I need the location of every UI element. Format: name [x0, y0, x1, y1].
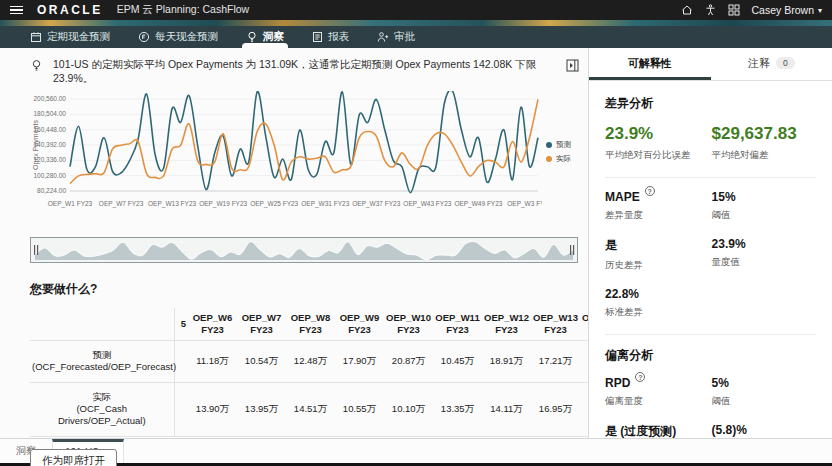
top-bar: ORACLE EPM 云 Planning: CashFlow Casey Br… [0, 0, 832, 20]
app-window: ORACLE EPM 云 Planning: CashFlow Casey Br… [0, 0, 832, 466]
app-grid-icon[interactable] [728, 4, 740, 16]
cell[interactable]: 10.55万 [335, 382, 384, 436]
cell[interactable]: 11.18万 [188, 341, 237, 383]
product-title: EPM 云 Planning: CashFlow [117, 3, 249, 17]
svg-text:180,504.00: 180,504.00 [33, 111, 66, 118]
nav-tab-insights[interactable]: 洞察 [244, 26, 286, 48]
forecast-vs-actual-chart: 80,224.00100,280.00120,336.00140,392.001… [30, 91, 588, 213]
cell[interactable]: 11.48万 [580, 382, 588, 436]
report-icon [312, 31, 323, 43]
cell[interactable]: 18.91万 [482, 341, 531, 383]
mad-value: $29,637.83 [712, 124, 816, 144]
user-name: Casey Brown [752, 4, 814, 16]
bias-metric-name: RPD [605, 376, 630, 390]
table-header-row: 5 OEP_W6 FY23 OEP_W7 FY23 OEP_W8 FY23 OE… [30, 308, 588, 340]
nav-tab-approvals[interactable]: 审批 [375, 26, 417, 48]
daily-cash-icon [138, 31, 150, 43]
svg-text:OEP_W49 FY23: OEP_W49 FY23 [454, 200, 502, 208]
home-icon[interactable] [681, 4, 693, 16]
row-label-actual: 实际 (OCF_Cash Drivers/OEP_Actual) [30, 382, 174, 436]
mape-label: 平均绝对百分比误差 [605, 149, 712, 162]
legend-dot-icon [546, 142, 552, 148]
accessibility-icon[interactable] [705, 4, 716, 16]
column-header: OEP_W8 FY23 [286, 308, 335, 340]
cell[interactable]: 13.95万 [237, 382, 286, 436]
variance-analysis-title: 差异分析 [605, 95, 816, 112]
svg-text:80,224.00: 80,224.00 [37, 187, 66, 194]
actions-heading: 您要做什么? [30, 281, 588, 298]
variance-metric-name: MAPE [605, 190, 640, 204]
legend-item[interactable]: 实际 [546, 154, 588, 164]
svg-text:OEP_W3 FY24: OEP_W3 FY24 [507, 200, 542, 208]
cell[interactable]: 20.51万 [580, 341, 588, 383]
column-header: OEP_W13 FY23 [531, 308, 580, 340]
help-icon[interactable]: ? [635, 372, 645, 382]
cell[interactable]: 13.35万 [433, 382, 482, 436]
line-chart-canvas[interactable]: 80,224.00100,280.00120,336.00140,392.001… [30, 91, 542, 213]
mape-value: 23.9% [605, 124, 712, 144]
cell[interactable]: 10.54万 [237, 341, 286, 383]
cell[interactable]: 17.21万 [531, 341, 580, 383]
column-header: OEP_W6 FY23 [188, 308, 237, 340]
historical-variance-flag: 是 [605, 237, 712, 254]
nav-tab-daily-cash-forecast[interactable]: 每天现金预测 [136, 26, 220, 48]
cell[interactable] [174, 382, 188, 436]
chevron-down-icon: ▾ [818, 6, 822, 15]
table-row-actual: 实际 (OCF_Cash Drivers/OEP_Actual) 13.90万 … [30, 382, 588, 436]
cell[interactable] [174, 341, 188, 383]
y-axis-title: Opex Payments [32, 120, 40, 170]
cell[interactable]: 13.90万 [188, 382, 237, 436]
legend-label: 实际 [556, 154, 571, 164]
column-header: OEP_W11 FY23 [433, 308, 482, 340]
column-header-partial: 5 [174, 308, 188, 340]
svg-text:OEP_W1 FY23: OEP_W1 FY23 [48, 200, 93, 208]
cell[interactable]: 16.95万 [531, 382, 580, 436]
forecast-table: 5 OEP_W6 FY23 OEP_W7 FY23 OEP_W8 FY23 OE… [30, 308, 588, 436]
cell[interactable]: 14.11万 [482, 382, 531, 436]
expand-panel-icon[interactable] [565, 57, 580, 77]
cell[interactable]: 20.87万 [384, 341, 433, 383]
legend-dot-icon [546, 156, 552, 162]
legend-label: 预测 [556, 140, 571, 150]
time-range-scrubber[interactable] [30, 237, 578, 263]
explainability-panel: 可解释性 注释0 差异分析 23.9% 平均绝对百分比误差 $29,637.83… [588, 48, 832, 438]
cell[interactable]: 14.51万 [286, 382, 335, 436]
tab-annotations[interactable]: 注释0 [711, 48, 832, 80]
user-menu[interactable]: Casey Brown ▾ [752, 4, 822, 16]
nav-bar: 定期现金预测 每天现金预测 洞察 报表 审批 [0, 26, 832, 48]
column-header: OEP_W10 FY23 [384, 308, 433, 340]
svg-text:OEP_W7 FY23: OEP_W7 FY23 [99, 200, 144, 208]
nav-tab-reports[interactable]: 报表 [310, 26, 351, 48]
column-header: OEP_W14 FY23 [580, 308, 588, 340]
bias-value: (5.8)% [712, 423, 816, 437]
svg-text:OEP_W19 FY23: OEP_W19 FY23 [199, 200, 247, 208]
svg-text:OEP_W31 FY23: OEP_W31 FY23 [301, 200, 349, 208]
cell[interactable]: 10.10万 [384, 382, 433, 436]
stddev-value: 22.8% [605, 287, 712, 301]
cell[interactable]: 17.90万 [335, 341, 384, 383]
insight-detail-panel: 101-US 的定期实际平均 Opex Payments 为 131.09K，这… [0, 48, 588, 438]
tab-explainability[interactable]: 可解释性 [589, 48, 711, 80]
insight-pin-icon [246, 31, 258, 43]
chart-legend: 预测实际 [546, 140, 588, 164]
cell[interactable]: 10.45万 [433, 341, 482, 383]
nav-tab-periodic-cash-forecast[interactable]: 定期现金预测 [28, 26, 112, 48]
variance-threshold: 15% [712, 190, 816, 204]
cell[interactable]: 12.48万 [286, 341, 335, 383]
mad-label: 平均绝对偏差 [712, 149, 816, 162]
insight-statement: 101-US 的定期实际平均 Opex Payments 为 131.09K，这… [53, 57, 555, 85]
annotations-count-badge: 0 [776, 57, 795, 69]
oracle-logo: ORACLE [37, 3, 103, 17]
row-label-forecast: 预测 (OCF_Forecasted/OEP_Forecast) [30, 341, 174, 383]
legend-item[interactable]: 预测 [546, 140, 588, 150]
table-corner [30, 308, 174, 340]
column-header: OEP_W9 FY23 [335, 308, 384, 340]
calendar-icon [30, 31, 42, 43]
hamburger-menu-icon[interactable] [10, 6, 23, 15]
approvals-icon [377, 31, 389, 43]
svg-text:OEP_W43 FY23: OEP_W43 FY23 [403, 200, 451, 208]
help-icon[interactable]: ? [645, 186, 655, 196]
svg-text:OEP_W13 FY23: OEP_W13 FY23 [148, 200, 196, 208]
table-row-forecast: 预测 (OCF_Forecasted/OEP_Forecast) 11.18万 … [30, 341, 588, 383]
open-as-adhoc-button[interactable]: 作为即席打开 [30, 449, 117, 466]
